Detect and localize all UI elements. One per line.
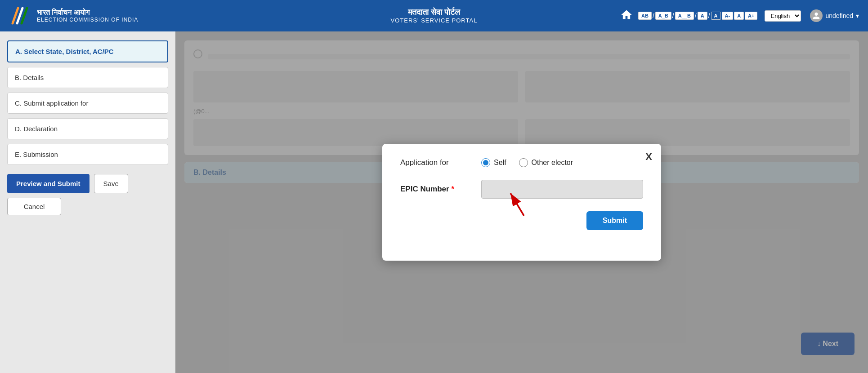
font-ab-underline-btn[interactable]: A_B <box>655 12 671 20</box>
user-avatar <box>810 9 823 22</box>
modal-submit-button[interactable]: Submit <box>586 211 643 230</box>
sidebar-item-d[interactable]: D. Declaration <box>7 118 168 139</box>
radio-other-option[interactable]: Other elector <box>519 158 573 167</box>
sidebar-action-buttons: Preview and Submit Save Cancel <box>7 174 168 215</box>
header: भारत निर्वाचन आयोग ELECTION COMMISSION O… <box>0 0 868 31</box>
modal-overlay: X Application for Self Other elector <box>175 31 868 373</box>
radio-other-label: Other elector <box>532 159 573 167</box>
header-logo: भारत निर्वाचन आयोग ELECTION COMMISSION O… <box>9 4 138 27</box>
header-portal-title: मतदाता सेवा पोर्टल VOTERS' SERVICE PORTA… <box>391 8 478 24</box>
modal-submit-row: Submit <box>400 211 643 230</box>
font-ab-double-underline-btn[interactable]: A__B <box>675 12 694 20</box>
primary-actions: Preview and Submit Save <box>7 174 168 193</box>
user-name-label: undefined <box>825 12 853 19</box>
sidebar-item-b[interactable]: B. Details <box>7 67 168 88</box>
save-button[interactable]: Save <box>94 174 128 193</box>
sidebar-item-c[interactable]: C. Submit application for <box>7 93 168 114</box>
user-menu[interactable]: undefined ▾ <box>810 9 859 22</box>
chevron-down-icon: ▾ <box>856 12 859 19</box>
language-select[interactable]: English <box>765 10 801 22</box>
sidebar-item-e[interactable]: E. Submission <box>7 144 168 165</box>
application-for-label: Application for <box>400 158 481 167</box>
radio-self-option[interactable]: Self <box>481 158 506 167</box>
font-a-bold-btn[interactable]: A <box>711 12 721 20</box>
header-hindi-title: भारत निर्वाचन आयोग <box>37 9 138 17</box>
epic-required-asterisk: * <box>451 185 454 193</box>
font-a-normal-btn[interactable]: A <box>698 12 707 20</box>
application-type-radio-group: Self Other elector <box>481 158 573 167</box>
font-normal-btn[interactable]: A <box>734 12 744 20</box>
main-layout: A. Select State, District, AC/PC B. Deta… <box>0 31 868 373</box>
portal-hindi: मतदाता सेवा पोर्टल <box>391 8 478 17</box>
preview-submit-button[interactable]: Preview and Submit <box>7 174 89 193</box>
cancel-button[interactable]: Cancel <box>7 198 61 215</box>
font-decrease-btn[interactable]: A- <box>722 12 734 20</box>
portal-english: VOTERS' SERVICE PORTAL <box>391 17 478 24</box>
home-icon[interactable] <box>618 7 635 25</box>
modal-close-button[interactable]: X <box>645 151 652 163</box>
header-controls: AB / A_B / A__B / A / A A- A A+ English … <box>618 7 859 25</box>
epic-number-row: EPIC Number * <box>400 180 643 199</box>
header-english-title: ELECTION COMMISSION OF INDIA <box>37 17 138 23</box>
application-for-row: Application for Self Other elector <box>400 158 643 167</box>
application-modal: X Application for Self Other elector <box>382 144 661 261</box>
sidebar-item-a[interactable]: A. Select State, District, AC/PC <box>7 40 168 62</box>
epic-label: EPIC Number * <box>400 185 481 194</box>
font-ab-btn[interactable]: AB <box>638 12 652 20</box>
radio-other-input[interactable] <box>519 158 528 167</box>
epic-input-wrapper <box>481 180 643 199</box>
radio-self-label: Self <box>494 159 506 167</box>
radio-self-input[interactable] <box>481 158 490 167</box>
font-increase-btn[interactable]: A+ <box>745 12 757 20</box>
sidebar: A. Select State, District, AC/PC B. Deta… <box>0 31 175 373</box>
eci-logo-icon <box>9 4 31 27</box>
header-title: भारत निर्वाचन आयोग ELECTION COMMISSION O… <box>37 9 138 23</box>
content-area: (@0... B. Details ↓ Next X <box>175 31 868 373</box>
epic-number-input[interactable] <box>486 180 638 198</box>
font-controls: AB / A_B / A__B / A / A A- A A+ <box>638 12 757 20</box>
